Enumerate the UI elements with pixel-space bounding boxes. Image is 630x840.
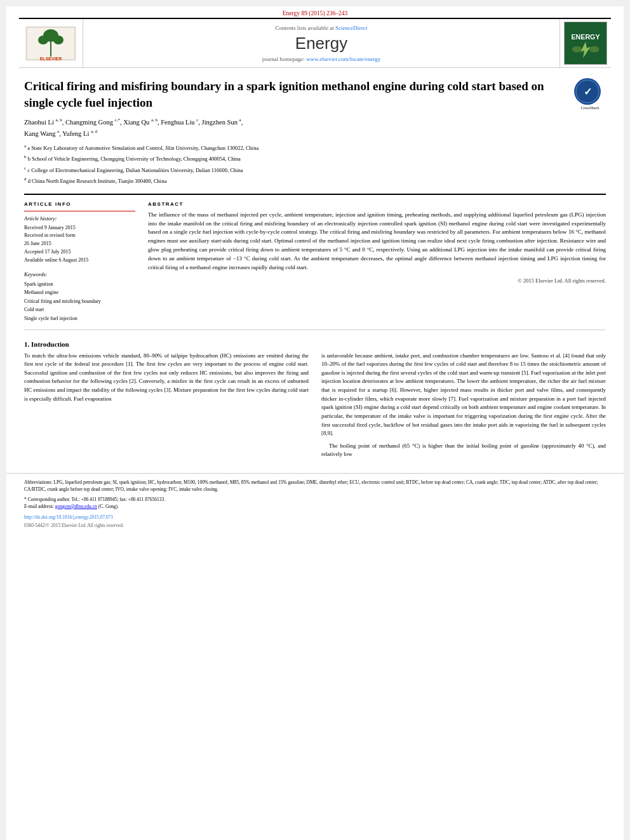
journal-title: Energy [295,34,347,53]
homepage-link[interactable]: www.elsevier.com/locate/energy [306,56,380,62]
abstract-heading: ABSTRACT [148,201,606,207]
history-label: Article history: [24,215,135,222]
svg-point-11 [589,46,600,53]
keyword-5: Single cycle fuel injection [24,314,135,323]
citation-text: Energy 89 (2015) 236–243 [283,10,347,17]
svg-point-10 [572,46,582,53]
crossmark-icon: ✓ [574,78,601,105]
footer-links: http://dx.doi.org/10.1016/j.energy.2015.… [24,514,606,521]
journal-info-center: Contents lists available at ScienceDirec… [83,19,560,67]
available-date: Available online 6 August 2015 [24,257,135,265]
received-date: Received 9 January 2015 [24,224,135,232]
page-footer: Abbreviations: LPG, liquefied petroleum … [6,473,624,532]
svg-point-5 [53,36,64,44]
keywords-section: Keywords: Spark ignition Methanol engine… [24,271,135,323]
received-revised-label: Received in revised form [24,232,135,240]
abstract-col: ABSTRACT The influence of the mass of me… [148,201,606,323]
svg-text:✓: ✓ [584,86,592,97]
citation-bar: Energy 89 (2015) 236–243 [6,6,624,18]
energy-logo-area: ENERGY [560,19,611,67]
elsevier-logo-icon: ELSEVIER [25,26,76,61]
elsevier-logo-area: ELSEVIER [19,19,83,67]
affiliation-d: d d China North Engine Research Institut… [24,176,606,185]
crossmark-badge: ✓ CrossMark [574,78,606,110]
journal-header: ELSEVIER Contents lists available at Sci… [19,18,611,68]
footer-corresponding: * Corresponding author. Tel.: +86 411 87… [24,496,606,510]
article-title-area: Critical firing and misfiring boundary i… [24,78,606,110]
footer-issn: 0360-5442/© 2015 Elsevier Ltd. All right… [24,522,606,529]
doi-link[interactable]: http://dx.doi.org/10.1016/j.energy.2015.… [24,514,113,520]
intro-para-3: The boiling point of methanol (65 °C) is… [321,442,606,459]
keyword-3: Critical firing and misfiring boundary [24,297,135,306]
main-content: Critical firing and misfiring boundary i… [6,68,624,473]
introduction-body: To match the ultra-low emissions vehicle… [24,352,606,463]
crossmark-label: CrossMark [574,105,606,110]
authors-line: Zhaohui Li a, b, Changming Gong c,*, Xia… [24,117,606,139]
svg-text:ELSEVIER: ELSEVIER [40,57,62,61]
keyword-4: Cold start [24,305,135,314]
accepted-date: Accepted 17 July 2015 [24,248,135,257]
keywords-label: Keywords: [24,271,135,277]
email-link[interactable]: gongcm@dlnu.edu.cn [55,503,97,509]
article-info-col: ARTICLE INFO Article history: Received 9… [24,201,135,323]
introduction-heading: 1. Introduction [24,340,606,348]
svg-text:ENERGY: ENERGY [571,33,600,41]
revised-date: 26 June 2015 [24,240,135,248]
affiliation-c: c c College of Electromechanical Enginee… [24,165,606,175]
science-direct-link[interactable]: ScienceDirect [335,25,367,31]
page: Energy 89 (2015) 236–243 ELSEVIER Conten… [6,6,624,840]
introduction-section: 1. Introduction To match the ultra-low e… [24,340,606,463]
email-address: E-mail address: gongcm@dlnu.edu.cn (C. G… [24,503,119,509]
footer-abbreviations: Abbreviations: LPG, liquefied petroleum … [24,479,606,493]
article-title-text: Critical firing and misfiring boundary i… [24,79,544,109]
intro-para-1: To match the ultra-low emissions vehicle… [24,352,309,404]
info-abstract-area: ARTICLE INFO Article history: Received 9… [24,201,606,323]
copyright-line: © 2015 Elsevier Ltd. All rights reserved… [148,277,606,284]
introduction-col1: To match the ultra-low emissions vehicle… [24,352,309,463]
affiliation-a: a a State Key Laboratory of Automotive S… [24,143,606,152]
introduction-col2: is unfavorable because ambient, intake p… [321,352,606,463]
keyword-1: Spark ignition [24,280,135,289]
svg-point-4 [38,36,48,44]
affiliations: a a State Key Laboratory of Automotive S… [24,143,606,186]
article-info-heading: ARTICLE INFO [24,201,135,207]
science-direct-text: Contents lists available at ScienceDirec… [276,25,368,31]
divider-body [24,330,606,330]
intro-para-2: is unfavorable because ambient, intake p… [321,352,606,438]
journal-homepage: journal homepage: www.elsevier.com/locat… [262,56,381,62]
corresponding-note: * Corresponding author. Tel.: +86 411 87… [24,497,165,502]
article-history-section: Article history: Received 9 January 2015… [24,211,135,265]
divider-thick [24,194,606,195]
abstract-text: The influence of the mass of methanol in… [148,211,606,273]
energy-logo-icon: ENERGY [564,22,607,65]
affiliation-b: b b School of Vehicle Engineering, Chong… [24,154,606,163]
keyword-2: Methanol engine [24,288,135,297]
